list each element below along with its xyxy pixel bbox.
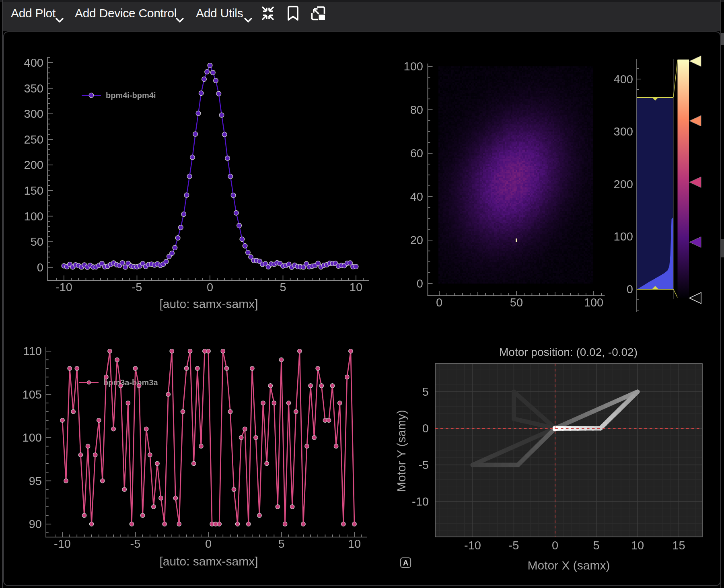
svg-text:-5: -5 <box>509 539 519 552</box>
svg-text:50: 50 <box>31 235 43 248</box>
svg-text:A: A <box>403 559 409 567</box>
svg-text:-5: -5 <box>130 537 141 550</box>
svg-text:50: 50 <box>510 296 523 309</box>
svg-text:20: 20 <box>410 234 423 247</box>
svg-text:90: 90 <box>29 518 42 530</box>
svg-text:5: 5 <box>422 385 429 398</box>
svg-text:300: 300 <box>614 125 633 138</box>
svg-text:10: 10 <box>348 537 361 550</box>
svg-text:0: 0 <box>627 283 633 296</box>
svg-text:95: 95 <box>29 475 42 487</box>
svg-text:bpm4i-bpm4i: bpm4i-bpm4i <box>106 91 156 100</box>
svg-text:150: 150 <box>24 184 43 197</box>
svg-text:10: 10 <box>631 539 644 552</box>
svg-text:0: 0 <box>207 281 213 294</box>
svg-text:400: 400 <box>614 73 633 86</box>
svg-text:-10: -10 <box>54 537 71 550</box>
svg-text:Motor Y (samy): Motor Y (samy) <box>395 410 408 492</box>
svg-text:Motor X (samx): Motor X (samx) <box>527 559 610 572</box>
svg-text:100: 100 <box>23 431 42 444</box>
svg-text:15: 15 <box>672 539 685 552</box>
svg-text:0: 0 <box>417 277 423 290</box>
svg-text:40: 40 <box>410 190 423 203</box>
svg-text:Motor position: (0.02, -0.02): Motor position: (0.02, -0.02) <box>499 346 638 358</box>
svg-text:[auto: samx-samx]: [auto: samx-samx] <box>159 297 258 310</box>
svg-text:0: 0 <box>37 261 43 274</box>
svg-text:100: 100 <box>584 296 603 309</box>
svg-text:100: 100 <box>404 60 423 73</box>
svg-text:0: 0 <box>436 296 442 309</box>
svg-text:5: 5 <box>593 539 599 552</box>
svg-text:[auto: samx-samx]: [auto: samx-samx] <box>159 555 258 568</box>
svg-text:200: 200 <box>24 158 43 171</box>
svg-text:-10: -10 <box>56 281 72 294</box>
svg-text:-5: -5 <box>132 281 142 294</box>
svg-text:0: 0 <box>205 537 212 550</box>
svg-text:60: 60 <box>410 147 423 160</box>
svg-text:-5: -5 <box>418 458 429 471</box>
svg-text:0: 0 <box>552 539 558 552</box>
svg-text:80: 80 <box>410 103 423 116</box>
svg-text:10: 10 <box>350 281 362 294</box>
svg-text:-10: -10 <box>464 539 481 552</box>
svg-text:200: 200 <box>614 178 633 191</box>
svg-text:100: 100 <box>24 210 43 223</box>
svg-text:105: 105 <box>23 388 42 401</box>
svg-text:350: 350 <box>24 82 43 95</box>
svg-text:5: 5 <box>278 537 284 550</box>
svg-text:110: 110 <box>23 345 42 358</box>
svg-text:400: 400 <box>24 56 43 69</box>
svg-text:300: 300 <box>24 107 43 120</box>
svg-text:250: 250 <box>24 133 43 146</box>
svg-text:100: 100 <box>614 230 633 243</box>
svg-text:-10: -10 <box>412 495 429 508</box>
svg-text:0: 0 <box>422 422 429 435</box>
svg-text:5: 5 <box>280 281 286 294</box>
